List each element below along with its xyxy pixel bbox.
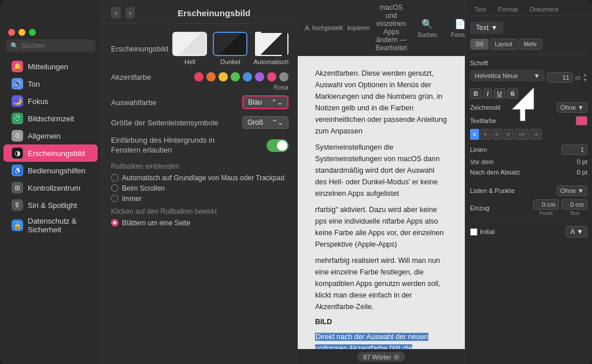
klicken-radio-circle (111, 219, 119, 226)
schrift-label: Schrift (470, 60, 488, 66)
siri-icon: 🎙 (12, 199, 23, 211)
color-dot-pink[interactable] (267, 72, 276, 81)
zeichenstil-selector[interactable]: Ohne ▼ (557, 102, 587, 113)
sidebar-item-mitteilungen[interactable]: 🔔 Mitteilungen (3, 58, 98, 75)
minimize-button[interactable] (18, 29, 25, 36)
color-dot-orange[interactable] (206, 72, 216, 81)
color-dot-yellow[interactable] (219, 72, 228, 81)
listen-selector[interactable]: Ohne ▼ (557, 185, 587, 196)
text-dropdown[interactable]: Text ▼ (470, 21, 504, 34)
auswahlfarbe-dropdown[interactable]: Blau ⌃⌄ (242, 95, 288, 109)
font-selector[interactable]: Helvetica Neue ▼ (470, 70, 545, 81)
tab-layout[interactable]: Layout (490, 39, 517, 50)
erscheinungsbild-row: Erscheinungsbild Hell Dunkel Automatisch (111, 32, 288, 65)
divider-1 (470, 54, 587, 55)
initial-a-selector[interactable]: A ▼ (566, 226, 587, 237)
align-justify-button[interactable]: ≡ (504, 129, 514, 140)
align-center-button[interactable]: ≡ (480, 129, 491, 140)
font-size-stepper[interactable]: ▲ ▼ (583, 73, 587, 83)
groesse-label: Größe der Seitenleistensymbole (111, 118, 219, 127)
einzug-text-input[interactable] (561, 199, 587, 210)
sidebar-item-siri[interactable]: 🎙 Siri & Spotlight (3, 196, 98, 214)
initial-label: Initial (470, 228, 495, 236)
sidebar-items: 🔔 Mitteilungen 🔊 Ton 🌙 Fokus ⏱ Bildschir… (0, 58, 101, 237)
sidebar-item-fokus[interactable]: 🌙 Fokus (3, 92, 98, 110)
sidebar-item-ton[interactable]: 🔊 Ton (3, 75, 98, 92)
radio2-circle (111, 184, 119, 192)
rollbalken-option2[interactable]: Beim Scrollen (111, 184, 288, 192)
rollbalken-option3[interactable]: Immer (111, 195, 288, 203)
forward-button[interactable]: › (125, 7, 135, 18)
toolbar-format-button[interactable]: 📄 Format (446, 17, 465, 39)
toolbar-kopieren: kopieren (347, 25, 369, 31)
settings-header: ‹ › Erscheinungsbild (102, 0, 298, 24)
underline-button[interactable]: U (494, 88, 505, 99)
tab-text[interactable]: Text (470, 3, 491, 15)
align-left-button[interactable]: ≡ (470, 129, 479, 140)
format-buttons-row: B I U S (470, 88, 587, 99)
search-input[interactable] (21, 42, 91, 50)
back-button[interactable]: ‹ (111, 7, 121, 18)
main-content: A hochgestellt kopieren macOS und einzel… (298, 0, 465, 364)
tab-mehr[interactable]: Mehr (519, 39, 542, 50)
text-section-header: Text ▼ (470, 21, 587, 34)
rosa-label: Rosa (111, 84, 288, 91)
search-bar[interactable]: 🔍 (6, 39, 95, 52)
linien-label: Linien (470, 146, 487, 153)
rollbalken-section: Rollbalken einblenden Automatisch auf Gr… (111, 162, 288, 203)
bedienungshilfen-icon: ♿ (12, 165, 23, 176)
listen-row: Listen & Punkte Ohne ▼ (470, 185, 587, 196)
color-dot-gray[interactable] (279, 72, 288, 81)
sidebar-item-erscheinungsbild[interactable]: ◑ Erscheinungsbild (3, 144, 98, 162)
sidebar-item-datenschutz[interactable]: 🔒 Datenschutz & Sicherheit (3, 214, 98, 237)
theme-auto[interactable]: Automatisch (253, 32, 288, 65)
theme-options: Hell Dunkel Automatisch (172, 32, 288, 65)
klicken-option[interactable]: Blättern um eine Seite (111, 219, 288, 227)
theme-dunkel[interactable]: Dunkel (213, 32, 247, 65)
zeichenstil-arrow: ▼ (578, 104, 584, 111)
indent-decrease-button[interactable]: -≡ (530, 129, 542, 140)
sidebar-item-bildschirmzeit[interactable]: ⏱ Bildschirmzeit (3, 110, 98, 127)
align-right-button[interactable]: ≡ (492, 129, 502, 140)
color-dot-red[interactable] (194, 72, 204, 81)
font-size-up[interactable]: ▲ (583, 73, 587, 77)
color-dot-blue[interactable] (243, 72, 252, 81)
akzentfarbe-row: Akzentfarbe (111, 72, 288, 81)
font-size-down[interactable]: ▼ (583, 78, 587, 83)
einzug-label: Einzug (470, 205, 490, 211)
color-dot-green[interactable] (231, 72, 240, 81)
indent-increase-button[interactable]: +≡ (515, 129, 528, 140)
font-size-input[interactable] (547, 72, 573, 83)
einzug-punkt: Punkt (533, 199, 559, 216)
linien-input[interactable] (561, 144, 587, 155)
toolbar-left: A hochgestellt kopieren (305, 24, 369, 32)
einzug-punkt-input[interactable] (533, 199, 559, 210)
doc-highlighted-paragraph: Direkt nach der Auswahl der neuen unifor… (315, 331, 447, 349)
groesse-dropdown[interactable]: Groß ⌃⌄ (242, 116, 288, 129)
suchen-icon: 🔍 (421, 18, 434, 31)
sidebar-item-kontrollzentrum[interactable]: ⊞ Kontrollzentrum (3, 179, 98, 196)
inner-tabs: Stil Layout Mehr (470, 39, 587, 50)
format-icon: 📄 (454, 18, 465, 31)
initial-checkbox[interactable] (470, 228, 478, 236)
textfarbe-color[interactable] (576, 116, 587, 125)
italic-button[interactable]: I (483, 88, 492, 99)
theme-hell[interactable]: Hell (172, 32, 207, 65)
bold-button[interactable]: B (470, 88, 482, 99)
tab-format[interactable]: Format (493, 3, 523, 15)
radio2-label: Beim Scrollen (122, 184, 165, 192)
tab-stil[interactable]: Stil (470, 39, 489, 50)
color-dot-purple[interactable] (255, 72, 264, 81)
sidebar-item-bedienungshilfen[interactable]: ♿ Bedienungshilfen (3, 162, 98, 179)
tab-dokument[interactable]: Dokument (525, 3, 563, 15)
klicken-section: Klicken auf den Rollbalken bewirkt Blätt… (111, 207, 288, 227)
text-dropdown-arrow: ▼ (491, 24, 498, 32)
einfaerbung-toggle[interactable] (267, 139, 288, 152)
sidebar-item-allgemein[interactable]: ⚙ Allgemein (3, 127, 98, 144)
close-button[interactable] (8, 29, 15, 36)
rollbalken-option1[interactable]: Automatisch auf Grundlage von Maus oder … (111, 174, 288, 182)
toolbar-suchen-button[interactable]: 🔍 Suchen (413, 17, 442, 39)
maximize-button[interactable] (29, 29, 36, 36)
document-area: Akzentfarben. Diese werden genutzt, Ausw… (298, 56, 465, 349)
strikethrough-button[interactable]: S (507, 88, 518, 99)
